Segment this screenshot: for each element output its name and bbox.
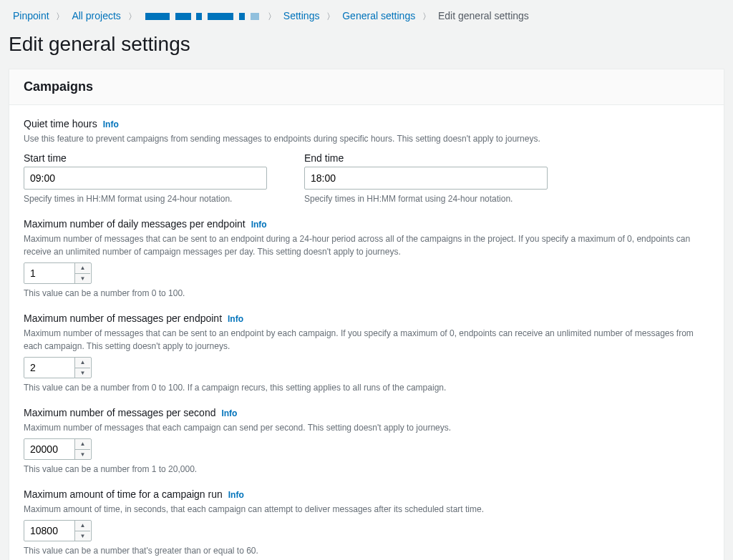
start-time-input[interactable] [24, 167, 267, 190]
campaign-time-label: Maximum amount of time for a campaign ru… [24, 488, 223, 500]
daily-max-hint: This value can be a number from 0 to 100… [24, 288, 709, 298]
stepper-down-icon[interactable]: ▼ [75, 368, 90, 378]
per-second-section: Maximum number of messages per second In… [24, 407, 709, 474]
stepper-up-icon[interactable]: ▲ [75, 439, 90, 450]
breadcrumb-general-settings[interactable]: General settings [342, 10, 415, 21]
chevron-right-icon: 〉 [268, 11, 276, 21]
quiet-time-info-link[interactable]: Info [103, 119, 119, 129]
chevron-right-icon: 〉 [56, 11, 64, 21]
per-second-stepper: ▲ ▼ [74, 439, 90, 459]
quiet-time-section: Quiet time hours Info Use this feature t… [24, 118, 709, 204]
stepper-down-icon[interactable]: ▼ [75, 450, 90, 460]
end-time-input[interactable] [304, 167, 548, 190]
per-endpoint-input-wrap: ▲ ▼ [24, 357, 92, 378]
per-second-input[interactable] [24, 439, 74, 459]
panel-header: Campaigns [9, 69, 724, 105]
daily-max-input[interactable] [24, 263, 74, 283]
end-time-label: End time [304, 152, 548, 164]
stepper-up-icon[interactable]: ▲ [75, 521, 90, 531]
breadcrumb-pinpoint[interactable]: Pinpoint [13, 10, 49, 21]
start-time-label: Start time [24, 152, 267, 164]
daily-max-section: Maximum number of daily messages per end… [24, 218, 709, 298]
per-endpoint-section: Maximum number of messages per endpoint … [24, 313, 709, 393]
campaigns-panel: Campaigns Quiet time hours Info Use this… [9, 69, 724, 560]
breadcrumb-current: Edit general settings [438, 10, 529, 21]
quiet-time-desc: Use this feature to prevent campaigns fr… [24, 132, 709, 145]
per-second-label: Maximum number of messages per second [24, 407, 215, 418]
campaign-time-stepper: ▲ ▼ [74, 521, 90, 541]
breadcrumb-settings[interactable]: Settings [283, 10, 320, 21]
daily-max-desc: Maximum number of messages that can be s… [24, 232, 709, 258]
stepper-up-icon[interactable]: ▲ [75, 263, 90, 274]
per-endpoint-stepper: ▲ ▼ [74, 358, 90, 378]
per-second-hint: This value can be a number from 1 to 20,… [24, 464, 709, 474]
per-endpoint-info-link[interactable]: Info [228, 314, 243, 324]
daily-max-info-link[interactable]: Info [251, 220, 267, 230]
campaign-time-hint: This value can be a number that's greate… [24, 546, 709, 556]
campaign-time-desc: Maximum amount of time, in seconds, that… [24, 503, 709, 516]
per-second-input-wrap: ▲ ▼ [24, 438, 92, 460]
campaign-time-info-link[interactable]: Info [228, 490, 244, 500]
breadcrumb-all-projects[interactable]: All projects [72, 10, 120, 21]
stepper-up-icon[interactable]: ▲ [75, 358, 90, 368]
chevron-right-icon: 〉 [422, 11, 431, 21]
campaign-time-input[interactable] [24, 521, 74, 541]
chevron-right-icon: 〉 [326, 11, 335, 21]
daily-max-stepper: ▲ ▼ [74, 263, 90, 283]
chevron-right-icon: 〉 [128, 11, 137, 21]
stepper-down-icon[interactable]: ▼ [75, 274, 90, 284]
daily-max-input-wrap: ▲ ▼ [24, 262, 92, 284]
breadcrumb-project-redacted[interactable] [144, 10, 263, 21]
per-second-info-link[interactable]: Info [221, 408, 237, 418]
breadcrumb: Pinpoint 〉 All projects 〉 〉 Settings 〉 G… [0, 0, 733, 30]
panel-title: Campaigns [24, 79, 709, 94]
start-time-hint: Specify times in HH:MM format using 24-h… [24, 194, 267, 204]
campaign-time-section: Maximum amount of time for a campaign ru… [24, 488, 709, 556]
page-title: Edit general settings [0, 30, 733, 69]
quiet-time-label: Quiet time hours [24, 118, 97, 129]
per-endpoint-input[interactable] [24, 358, 74, 378]
per-second-desc: Maximum number of messages that each cam… [24, 421, 709, 434]
end-time-hint: Specify times in HH:MM format using 24-h… [304, 194, 548, 204]
per-endpoint-hint: This value can be a number from 0 to 100… [24, 383, 709, 393]
campaign-time-input-wrap: ▲ ▼ [24, 520, 92, 541]
stepper-down-icon[interactable]: ▼ [75, 531, 90, 541]
per-endpoint-label: Maximum number of messages per endpoint [24, 313, 222, 324]
daily-max-label: Maximum number of daily messages per end… [24, 218, 246, 230]
per-endpoint-desc: Maximum number of messages that can be s… [24, 327, 709, 353]
